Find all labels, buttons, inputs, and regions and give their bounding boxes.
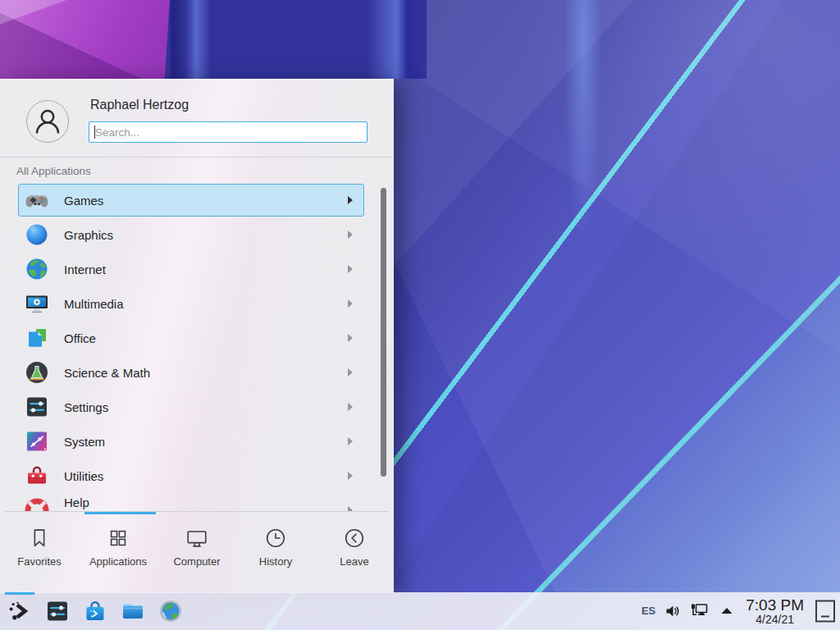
category-item-utilities[interactable]: Utilities bbox=[0, 459, 394, 493]
submenu-arrow-icon bbox=[348, 334, 353, 342]
leave-icon bbox=[342, 526, 367, 550]
section-label: All Applications bbox=[16, 165, 91, 177]
office-icon bbox=[24, 325, 50, 351]
discover-icon bbox=[82, 598, 108, 624]
clock-time: 7:03 PM bbox=[746, 597, 804, 614]
tab-favorites[interactable]: Favorites bbox=[0, 514, 79, 593]
volume-icon[interactable] bbox=[664, 603, 681, 619]
wallpaper-gloss-highlight bbox=[564, 0, 602, 246]
tab-label: Computer bbox=[173, 555, 220, 568]
tab-label: History bbox=[259, 555, 292, 568]
systemsettings-icon bbox=[44, 598, 71, 624]
category-label: Games bbox=[64, 194, 103, 208]
tab-leave[interactable]: Leave bbox=[315, 514, 394, 593]
computer-icon bbox=[185, 526, 209, 550]
application-launcher-menu: Raphael Hertzog All Applications Games G… bbox=[0, 79, 394, 593]
submenu-arrow-icon bbox=[348, 299, 353, 308]
browser-icon bbox=[158, 598, 184, 624]
tab-history[interactable]: History bbox=[236, 514, 315, 593]
category-item-games[interactable]: Games bbox=[0, 183, 394, 217]
tab-applications[interactable]: Applications bbox=[79, 514, 158, 593]
category-item-system[interactable]: System bbox=[0, 424, 394, 459]
category-label: Settings bbox=[64, 400, 108, 414]
category-label: Internet bbox=[64, 262, 106, 276]
category-label: Office bbox=[64, 331, 96, 345]
user-name: Raphael Hertzog bbox=[90, 98, 189, 112]
search-input[interactable] bbox=[89, 122, 367, 142]
launcher-header: Raphael Hertzog bbox=[0, 80, 394, 158]
launcher-tabbar: Favorites Applications Computer History … bbox=[0, 514, 394, 593]
favorites-icon bbox=[27, 526, 52, 550]
taskbar-launchers bbox=[0, 598, 184, 624]
category-item-science-math[interactable]: Science & Math bbox=[0, 355, 394, 390]
category-item-office[interactable]: Office bbox=[0, 321, 394, 355]
show-desktop-button[interactable] bbox=[815, 599, 836, 623]
games-icon bbox=[24, 187, 50, 213]
submenu-arrow-icon bbox=[348, 265, 353, 273]
category-label: Science & Math bbox=[64, 366, 150, 380]
history-icon bbox=[263, 526, 288, 550]
settings-icon bbox=[24, 394, 50, 420]
digital-clock[interactable]: 7:03 PM 4/24/21 bbox=[746, 597, 804, 626]
network-icon[interactable] bbox=[690, 603, 710, 619]
category-item-graphics[interactable]: Graphics bbox=[0, 217, 394, 252]
taskbar-app-discover[interactable] bbox=[82, 598, 108, 624]
clock-date: 4/24/21 bbox=[746, 614, 804, 626]
show-desktop-icon bbox=[815, 599, 836, 623]
category-label: Multimedia bbox=[64, 297, 124, 311]
tab-label: Applications bbox=[89, 555, 147, 568]
expand-tray-icon[interactable] bbox=[719, 603, 735, 619]
utilities-icon bbox=[24, 463, 50, 489]
taskbar-app-system-settings[interactable] bbox=[44, 598, 71, 624]
submenu-arrow-icon bbox=[348, 403, 353, 411]
tab-label: Leave bbox=[340, 555, 368, 568]
category-label: Help bbox=[64, 495, 89, 509]
category-item-internet[interactable]: Internet bbox=[0, 252, 394, 286]
category-item-settings[interactable]: Settings bbox=[0, 390, 394, 424]
scrollbar[interactable] bbox=[381, 188, 386, 477]
category-label: Utilities bbox=[64, 469, 103, 483]
submenu-arrow-icon bbox=[348, 368, 353, 377]
submenu-arrow-icon bbox=[348, 196, 353, 204]
taskbar-panel: ES 7:03 PM 4/24/21 bbox=[0, 592, 840, 630]
submenu-arrow-icon bbox=[348, 472, 353, 480]
category-item-help[interactable]: Help bbox=[0, 493, 394, 511]
submenu-arrow-icon bbox=[348, 437, 353, 445]
submenu-arrow-icon bbox=[348, 231, 353, 239]
tab-computer[interactable]: Computer bbox=[158, 514, 236, 593]
taskbar-app-file-manager[interactable] bbox=[120, 598, 146, 624]
system-icon bbox=[24, 428, 50, 454]
internet-icon bbox=[24, 256, 50, 282]
system-tray: ES 7:03 PM 4/24/21 bbox=[641, 597, 840, 626]
graphics-icon bbox=[24, 221, 50, 248]
tab-label: Favorites bbox=[17, 555, 61, 568]
kickoff-icon bbox=[7, 598, 33, 624]
taskbar-app-application-launcher[interactable] bbox=[7, 598, 33, 624]
multimedia-icon bbox=[24, 290, 50, 317]
category-item-multimedia[interactable]: Multimedia bbox=[0, 286, 394, 321]
category-label: Graphics bbox=[64, 228, 113, 242]
taskbar-app-web-browser[interactable] bbox=[158, 598, 184, 624]
search-box[interactable] bbox=[89, 121, 368, 143]
wallpaper-top-strip bbox=[0, 0, 427, 79]
science-icon bbox=[24, 359, 50, 386]
dolphin-icon bbox=[120, 598, 146, 624]
category-label: System bbox=[64, 435, 105, 449]
keyboard-layout-indicator[interactable]: ES bbox=[641, 605, 655, 617]
category-list: Games Graphics Internet Multimedia Offic… bbox=[0, 183, 394, 511]
user-avatar[interactable] bbox=[26, 100, 69, 143]
wallpaper-magenta-wedge bbox=[0, 0, 170, 79]
help-icon bbox=[24, 497, 50, 511]
tabbar-separator bbox=[5, 511, 389, 512]
user-avatar-icon bbox=[27, 130, 68, 144]
applications-icon bbox=[106, 526, 130, 550]
text-caret bbox=[94, 126, 95, 139]
